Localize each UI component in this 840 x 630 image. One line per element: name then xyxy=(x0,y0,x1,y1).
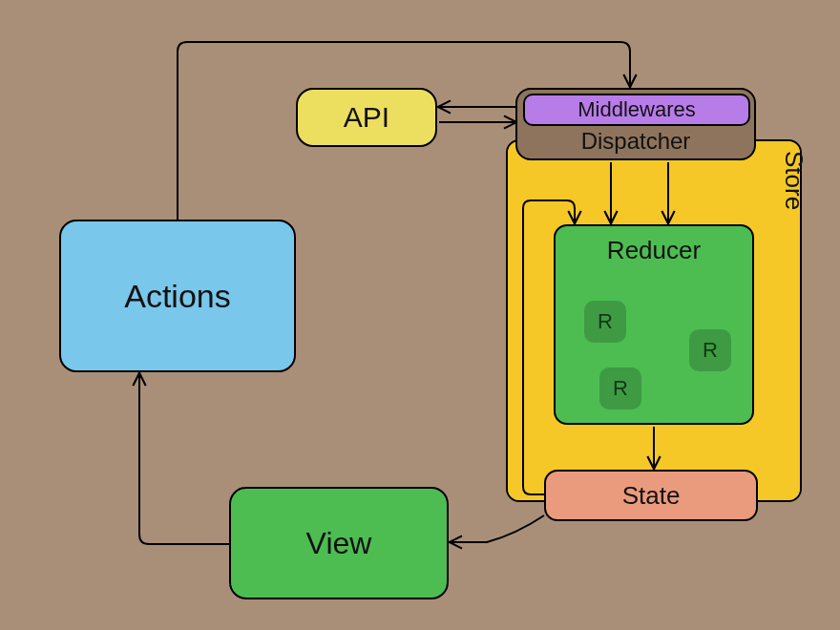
diagram-canvas: Store Actions API Middlewares Dispatcher… xyxy=(0,0,840,630)
edge-state-to-view xyxy=(451,515,544,542)
edge-view-to-actions xyxy=(139,374,229,544)
reducer-box: Reducer R R R xyxy=(554,224,754,425)
api-label: API xyxy=(344,101,389,134)
dispatcher-label: Dispatcher xyxy=(517,128,754,155)
store-label: Store xyxy=(779,151,808,210)
middlewares-label: Middlewares xyxy=(578,97,696,122)
sub-reducer-3: R xyxy=(599,368,641,410)
dispatcher-box: Middlewares Dispatcher xyxy=(515,88,756,160)
reducer-label: Reducer xyxy=(607,236,701,265)
middlewares-box: Middlewares xyxy=(523,94,750,126)
state-box: State xyxy=(544,470,758,521)
state-label: State xyxy=(622,481,681,511)
actions-label: Actions xyxy=(124,278,231,315)
view-label: View xyxy=(306,526,372,561)
api-box: API xyxy=(296,88,437,147)
actions-box: Actions xyxy=(59,220,296,372)
view-box: View xyxy=(229,487,449,599)
sub-reducer-1: R xyxy=(584,301,626,343)
sub-reducer-2: R xyxy=(689,329,731,371)
